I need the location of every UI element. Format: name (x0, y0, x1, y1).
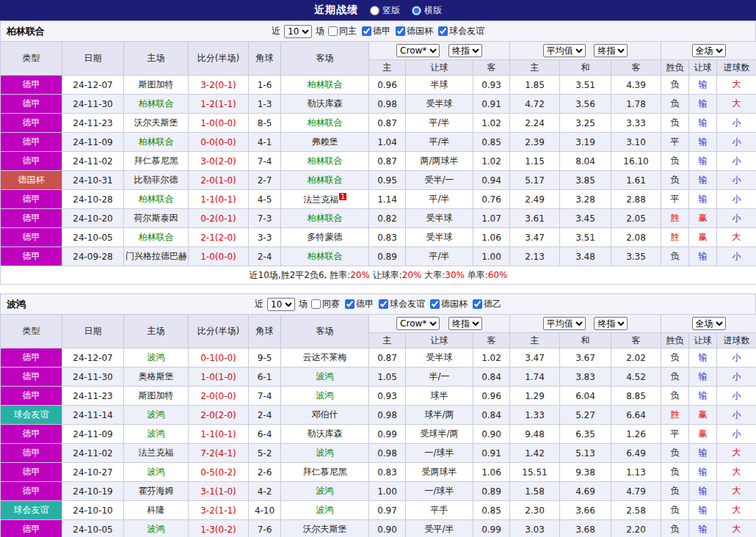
corner-cell: 2-4 (249, 406, 281, 425)
match-row: 德甲24-11-23斯图加特2-0(0-0)7-4波鸿0.93球半0.961.2… (1, 387, 756, 406)
corner-cell: 4-10 (249, 501, 281, 520)
filter-checkbox[interactable]: 同主 (328, 25, 357, 37)
ed-cell: 3.48 (560, 247, 611, 266)
aa-cell: 0.94 (473, 171, 510, 190)
ea-cell: 6.64 (611, 406, 661, 425)
ed-cell: 9.38 (560, 463, 611, 482)
away-cell: 沃尔夫斯堡 (281, 520, 369, 537)
ah-cell: 0.93 (369, 387, 406, 406)
euro-odds-dropdowns: 平均值 终指 (510, 42, 661, 60)
result-cell: 负 (661, 95, 689, 114)
away-cell: 勒沃库森 (281, 425, 369, 444)
filter-checkbox-input[interactable] (379, 299, 388, 309)
aa-cell: 1.02 (473, 152, 510, 171)
away-cell: 波鸿 (281, 444, 369, 463)
filter-checkbox-input[interactable] (345, 299, 355, 309)
away-cell: 波鸿 (281, 387, 369, 406)
goals-cell: 大 (717, 95, 756, 114)
ea-cell: 2.20 (611, 520, 661, 537)
ea-cell: 1.13 (611, 463, 661, 482)
filter-checkbox[interactable]: 同赛 (311, 298, 340, 310)
col-result: 胜负 (661, 60, 689, 76)
score-cell: 3-2(1-1) (189, 501, 249, 520)
date-cell: 24-11-30 (62, 368, 124, 387)
line-cell: 受平/半 (406, 520, 473, 537)
euro-company-select[interactable]: 平均值 (543, 317, 586, 330)
ah-cell: 0.98 (369, 444, 406, 463)
filter-checkbox[interactable]: 德国杯 (396, 25, 433, 37)
hres-cell: 输 (689, 520, 717, 537)
score-cell: 1-0(0-0) (189, 247, 249, 266)
recent-count-select[interactable]: 10 (284, 25, 312, 38)
filter-checkbox[interactable]: 球会友谊 (438, 25, 484, 37)
euro-company-select[interactable]: 平均值 (543, 44, 586, 57)
ah-cell: 0.89 (369, 247, 406, 266)
away-cell: 拜仁慕尼黑 (281, 463, 369, 482)
ah-cell: 1.14 (369, 190, 406, 209)
aa-cell: 0.85 (473, 133, 510, 152)
asian-company-select[interactable]: Crow* (396, 44, 440, 57)
goals-cell: 大 (717, 444, 756, 463)
filter-checkbox[interactable]: 德甲 (362, 25, 390, 37)
scope-select[interactable]: 全场 (692, 44, 726, 57)
ea-cell: 4.39 (611, 76, 661, 95)
result-cell: 负 (661, 444, 689, 463)
eh-cell: 3.47 (510, 228, 560, 247)
euro-odds-dropdowns: 平均值 终指 (510, 315, 661, 333)
page-title: 近期战绩 (314, 4, 358, 17)
away-cell: 法兰克福1 (281, 190, 369, 209)
filter-checkbox[interactable]: 德甲 (345, 298, 374, 310)
aa-cell: 1.02 (473, 348, 510, 368)
filter-checkbox-input[interactable] (473, 299, 482, 309)
asian-time-select[interactable]: 终指 (448, 317, 482, 330)
radio-vertical[interactable]: 竖版 (370, 4, 400, 17)
col-asian-home: 主 (369, 333, 406, 348)
filter-checkbox-input[interactable] (311, 299, 321, 309)
date-cell: 24-11-02 (62, 444, 124, 463)
date-cell: 24-12-07 (62, 76, 124, 95)
euro-time-select[interactable]: 终指 (594, 317, 628, 330)
asian-time-select[interactable]: 终指 (448, 44, 482, 57)
corner-cell: 6-1 (249, 368, 281, 387)
asian-company-select[interactable]: Crow* (396, 317, 440, 330)
filter-checkbox[interactable]: 德国杯 (430, 298, 468, 310)
away-cell: 波鸿 (281, 482, 369, 501)
ed-cell: 3.19 (560, 133, 611, 152)
recent-count-select[interactable]: 10 (267, 298, 295, 311)
corner-cell: 1-3 (249, 95, 281, 114)
euro-time-select[interactable]: 终指 (594, 44, 628, 57)
filter-checkbox-input[interactable] (438, 26, 448, 36)
scope-select[interactable]: 全场 (692, 317, 726, 330)
aa-cell: 0.84 (473, 406, 510, 425)
date-cell: 24-11-14 (62, 406, 124, 425)
corner-cell: 7-3 (249, 209, 281, 228)
col-corner: 角球 (249, 315, 281, 348)
filter-checkbox-input[interactable] (396, 26, 405, 36)
result-cell: 负 (661, 368, 689, 387)
vertical-radio[interactable] (370, 6, 379, 15)
ed-cell: 4.69 (560, 482, 611, 501)
away-cell: 弗赖堡 (281, 133, 369, 152)
filter-checkbox[interactable]: 德乙 (473, 298, 501, 310)
home-cell: 波鸿 (124, 463, 189, 482)
eh-cell: 4.72 (510, 95, 560, 114)
aa-cell: 1.02 (473, 114, 510, 133)
eh-cell: 2.13 (510, 247, 560, 266)
horizontal-radio[interactable] (412, 6, 421, 15)
filter-checkbox[interactable]: 球会友谊 (379, 298, 425, 310)
filter-checkbox-input[interactable] (328, 26, 338, 36)
ea-cell: 3.35 (611, 247, 661, 266)
ah-cell: 0.87 (369, 114, 406, 133)
col-handicap: 让球 (406, 333, 473, 348)
filter-checkbox-input[interactable] (430, 299, 440, 309)
score-cell: 1-1(0-1) (189, 425, 249, 444)
aa-cell: 0.89 (473, 482, 510, 501)
asian-odds-dropdowns: Crow* 终指 (369, 315, 510, 333)
eh-cell: 3.03 (510, 520, 560, 537)
filter-checkbox-input[interactable] (362, 26, 371, 36)
date-cell: 24-11-09 (62, 425, 124, 444)
match-row: 德甲24-10-19霍芬海姆3-1(1-0)4-2波鸿1.00一/球半0.891… (1, 482, 756, 501)
radio-horizontal[interactable]: 横版 (412, 4, 442, 17)
summary-line: 近10场,胜2平2负6, 胜率:20% 让球率:20% 大率:30% 单率:60… (1, 266, 756, 285)
date-cell: 24-10-28 (62, 190, 124, 209)
